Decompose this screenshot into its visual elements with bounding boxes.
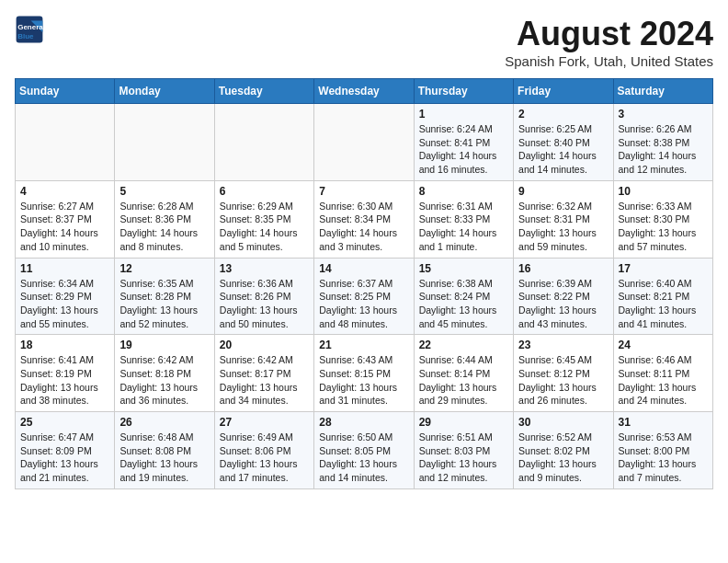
day-info: Sunrise: 6:51 AM Sunset: 8:03 PM Dayligh…: [419, 431, 508, 485]
day-info: Sunrise: 6:52 AM Sunset: 8:02 PM Dayligh…: [518, 431, 608, 485]
day-number: 15: [419, 262, 508, 275]
calendar-cell: 30Sunrise: 6:52 AM Sunset: 8:02 PM Dayli…: [514, 412, 613, 489]
day-number: 28: [319, 416, 408, 429]
day-info: Sunrise: 6:35 AM Sunset: 8:28 PM Dayligh…: [119, 277, 209, 331]
day-info: Sunrise: 6:25 AM Sunset: 8:40 PM Dayligh…: [518, 122, 608, 177]
day-info: Sunrise: 6:26 AM Sunset: 8:38 PM Dayligh…: [619, 122, 708, 177]
calendar-cell: [214, 104, 313, 181]
day-info: Sunrise: 6:47 AM Sunset: 8:09 PM Dayligh…: [20, 431, 109, 485]
day-info: Sunrise: 6:45 AM Sunset: 8:12 PM Dayligh…: [518, 353, 608, 408]
day-info: Sunrise: 6:42 AM Sunset: 8:17 PM Dayligh…: [220, 353, 309, 408]
day-number: 18: [20, 339, 109, 351]
calendar-cell: 20Sunrise: 6:42 AM Sunset: 8:17 PM Dayli…: [214, 335, 313, 412]
day-info: Sunrise: 6:53 AM Sunset: 8:00 PM Dayligh…: [619, 431, 708, 485]
calendar-header: SundayMondayTuesdayWednesdayThursdayFrid…: [16, 79, 713, 104]
day-number: 1: [419, 108, 508, 121]
calendar-cell: [16, 104, 115, 181]
day-number: 12: [119, 262, 209, 275]
day-info: Sunrise: 6:37 AM Sunset: 8:25 PM Dayligh…: [319, 277, 408, 331]
calendar-cell: 24Sunrise: 6:46 AM Sunset: 8:11 PM Dayli…: [613, 335, 712, 412]
day-info: Sunrise: 6:34 AM Sunset: 8:29 PM Dayligh…: [20, 277, 109, 331]
svg-text:Blue: Blue: [17, 32, 34, 40]
day-number: 13: [220, 262, 309, 275]
day-number: 2: [518, 108, 608, 121]
weekday-header-thursday: Thursday: [414, 79, 513, 104]
calendar-cell: 12Sunrise: 6:35 AM Sunset: 8:28 PM Dayli…: [115, 258, 214, 335]
calendar-cell: 18Sunrise: 6:41 AM Sunset: 8:19 PM Dayli…: [16, 335, 115, 412]
day-number: 23: [518, 339, 608, 351]
calendar-cell: 16Sunrise: 6:39 AM Sunset: 8:22 PM Dayli…: [514, 258, 613, 335]
calendar-cell: 25Sunrise: 6:47 AM Sunset: 8:09 PM Dayli…: [16, 412, 115, 489]
day-info: Sunrise: 6:27 AM Sunset: 8:37 PM Dayligh…: [20, 200, 109, 254]
day-number: 19: [119, 339, 209, 351]
day-number: 25: [20, 416, 109, 429]
day-number: 22: [419, 339, 508, 351]
logo-icon: General Blue: [15, 15, 44, 44]
weekday-header-row: SundayMondayTuesdayWednesdayThursdayFrid…: [16, 79, 713, 104]
calendar-cell: 13Sunrise: 6:36 AM Sunset: 8:26 PM Dayli…: [214, 258, 313, 335]
calendar-cell: 2Sunrise: 6:25 AM Sunset: 8:40 PM Daylig…: [514, 104, 613, 181]
day-number: 20: [220, 339, 309, 351]
day-number: 30: [518, 416, 608, 429]
calendar-cell: 28Sunrise: 6:50 AM Sunset: 8:05 PM Dayli…: [314, 412, 414, 489]
calendar-cell: 8Sunrise: 6:31 AM Sunset: 8:33 PM Daylig…: [414, 180, 513, 258]
day-info: Sunrise: 6:44 AM Sunset: 8:14 PM Dayligh…: [419, 353, 508, 408]
day-number: 24: [619, 339, 708, 351]
day-info: Sunrise: 6:30 AM Sunset: 8:34 PM Dayligh…: [319, 200, 408, 254]
day-info: Sunrise: 6:28 AM Sunset: 8:36 PM Dayligh…: [119, 200, 209, 254]
day-number: 29: [419, 416, 508, 429]
day-number: 31: [619, 416, 708, 429]
day-info: Sunrise: 6:46 AM Sunset: 8:11 PM Dayligh…: [619, 353, 708, 408]
day-number: 5: [119, 185, 209, 198]
weekday-header-tuesday: Tuesday: [214, 79, 313, 104]
day-info: Sunrise: 6:29 AM Sunset: 8:35 PM Dayligh…: [220, 200, 309, 254]
calendar-body: 1Sunrise: 6:24 AM Sunset: 8:41 PM Daylig…: [16, 104, 713, 489]
day-info: Sunrise: 6:41 AM Sunset: 8:19 PM Dayligh…: [20, 353, 109, 408]
calendar-week-5: 25Sunrise: 6:47 AM Sunset: 8:09 PM Dayli…: [16, 412, 713, 489]
calendar-cell: [314, 104, 414, 181]
calendar-cell: 19Sunrise: 6:42 AM Sunset: 8:18 PM Dayli…: [115, 335, 214, 412]
day-number: 26: [119, 416, 209, 429]
calendar-cell: 29Sunrise: 6:51 AM Sunset: 8:03 PM Dayli…: [414, 412, 513, 489]
calendar-cell: 21Sunrise: 6:43 AM Sunset: 8:15 PM Dayli…: [314, 335, 414, 412]
calendar-cell: 7Sunrise: 6:30 AM Sunset: 8:34 PM Daylig…: [314, 180, 414, 258]
day-info: Sunrise: 6:49 AM Sunset: 8:06 PM Dayligh…: [220, 431, 309, 485]
calendar-table: SundayMondayTuesdayWednesdayThursdayFrid…: [15, 78, 713, 489]
weekday-header-monday: Monday: [115, 79, 214, 104]
day-info: Sunrise: 6:36 AM Sunset: 8:26 PM Dayligh…: [220, 277, 309, 331]
svg-text:General: General: [17, 23, 44, 31]
weekday-header-friday: Friday: [514, 79, 613, 104]
calendar-cell: 5Sunrise: 6:28 AM Sunset: 8:36 PM Daylig…: [115, 180, 214, 258]
calendar-cell: [115, 104, 214, 181]
day-number: 27: [220, 416, 309, 429]
calendar-cell: 17Sunrise: 6:40 AM Sunset: 8:21 PM Dayli…: [613, 258, 712, 335]
day-info: Sunrise: 6:40 AM Sunset: 8:21 PM Dayligh…: [619, 277, 708, 331]
day-number: 16: [518, 262, 608, 275]
day-info: Sunrise: 6:39 AM Sunset: 8:22 PM Dayligh…: [518, 277, 608, 331]
weekday-header-sunday: Sunday: [16, 79, 115, 104]
day-number: 17: [619, 262, 708, 275]
day-info: Sunrise: 6:48 AM Sunset: 8:08 PM Dayligh…: [119, 431, 209, 485]
weekday-header-wednesday: Wednesday: [314, 79, 414, 104]
day-info: Sunrise: 6:43 AM Sunset: 8:15 PM Dayligh…: [319, 353, 408, 408]
calendar-cell: 14Sunrise: 6:37 AM Sunset: 8:25 PM Dayli…: [314, 258, 414, 335]
calendar-week-1: 1Sunrise: 6:24 AM Sunset: 8:41 PM Daylig…: [16, 104, 713, 181]
day-number: 7: [319, 185, 408, 198]
day-info: Sunrise: 6:31 AM Sunset: 8:33 PM Dayligh…: [419, 200, 508, 254]
calendar-cell: 27Sunrise: 6:49 AM Sunset: 8:06 PM Dayli…: [214, 412, 313, 489]
calendar-week-2: 4Sunrise: 6:27 AM Sunset: 8:37 PM Daylig…: [16, 180, 713, 258]
page-header: General Blue August 2024 Spanish Fork, U…: [15, 15, 713, 69]
calendar-cell: 6Sunrise: 6:29 AM Sunset: 8:35 PM Daylig…: [214, 180, 313, 258]
day-info: Sunrise: 6:50 AM Sunset: 8:05 PM Dayligh…: [319, 431, 408, 485]
day-number: 21: [319, 339, 408, 351]
day-info: Sunrise: 6:33 AM Sunset: 8:30 PM Dayligh…: [619, 200, 708, 254]
calendar-title: August 2024: [505, 15, 713, 53]
calendar-week-3: 11Sunrise: 6:34 AM Sunset: 8:29 PM Dayli…: [16, 258, 713, 335]
calendar-cell: 15Sunrise: 6:38 AM Sunset: 8:24 PM Dayli…: [414, 258, 513, 335]
calendar-cell: 9Sunrise: 6:32 AM Sunset: 8:31 PM Daylig…: [514, 180, 613, 258]
calendar-cell: 31Sunrise: 6:53 AM Sunset: 8:00 PM Dayli…: [613, 412, 712, 489]
calendar-cell: 23Sunrise: 6:45 AM Sunset: 8:12 PM Dayli…: [514, 335, 613, 412]
day-number: 6: [220, 185, 309, 198]
calendar-subtitle: Spanish Fork, Utah, United States: [505, 53, 713, 69]
calendar-cell: 1Sunrise: 6:24 AM Sunset: 8:41 PM Daylig…: [414, 104, 513, 181]
